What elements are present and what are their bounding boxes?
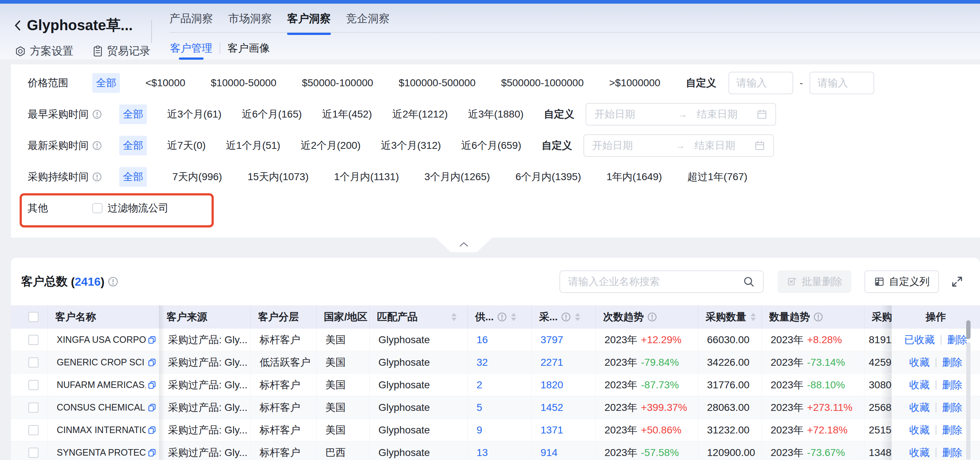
info-icon[interactable] <box>108 276 118 287</box>
suppliers-link[interactable]: 13 <box>477 447 488 458</box>
filter-option[interactable]: >$1000000 <box>609 77 660 89</box>
delete-link[interactable]: 删除 <box>942 446 963 460</box>
filter-option[interactable]: 近1个月(51) <box>226 139 280 152</box>
suppliers-link[interactable]: 9 <box>477 424 482 436</box>
subtab-0[interactable]: 客户管理 <box>170 42 212 60</box>
custom-option[interactable]: 自定义 <box>542 139 572 152</box>
tab-2[interactable]: 客户洞察 <box>287 12 331 35</box>
suppliers-link[interactable]: 5 <box>477 402 482 414</box>
favorite-link[interactable]: 收藏 <box>910 378 930 392</box>
filter-logistics-checkbox[interactable] <box>92 203 102 213</box>
filter-option[interactable]: 近3年(1880) <box>468 107 524 121</box>
info-icon[interactable] <box>561 312 571 322</box>
delete-link[interactable]: 删除 <box>942 356 963 369</box>
copy-icon[interactable] <box>147 425 157 435</box>
favorite-link[interactable]: 收藏 <box>910 446 930 460</box>
suppliers-link[interactable]: 2 <box>477 379 482 391</box>
scrollbar-thumb-light[interactable] <box>966 342 970 460</box>
cell-checkbox[interactable] <box>11 351 48 374</box>
cell-checkbox[interactable] <box>11 374 48 396</box>
date-range-input[interactable]: 开始日期→结束日期 <box>585 103 776 126</box>
filter-option[interactable]: 近2年(1212) <box>392 107 448 121</box>
filter-option[interactable]: 近3个月(61) <box>167 107 221 121</box>
purchases-link[interactable]: 2271 <box>541 357 563 368</box>
filter-option[interactable]: $50000-100000 <box>302 77 373 89</box>
filter-option[interactable]: 超过1年(767) <box>687 170 747 184</box>
column-header-product[interactable]: 匹配产品 <box>370 305 468 329</box>
tab-3[interactable]: 竞企洞察 <box>346 12 390 35</box>
favorite-link[interactable]: 收藏 <box>910 401 930 415</box>
filter-option[interactable]: 近6个月(165) <box>242 107 302 121</box>
cell-purchases[interactable]: 2271 <box>532 351 596 374</box>
info-icon[interactable] <box>92 141 102 150</box>
copy-icon[interactable] <box>147 403 157 412</box>
cell-suppliers[interactable]: 9 <box>468 419 532 441</box>
info-icon[interactable] <box>92 110 102 119</box>
custom-columns-button[interactable]: 自定义列 <box>864 270 939 293</box>
header-action-plan-settings[interactable]: 方案设置 <box>14 44 73 59</box>
max-value-input[interactable]: 请输入 <box>810 72 874 94</box>
cell-checkbox[interactable] <box>11 441 48 460</box>
copy-icon[interactable] <box>147 448 157 457</box>
filter-option[interactable]: 15天内(1073) <box>248 170 309 184</box>
cell-purchases[interactable]: 3797 <box>532 329 596 351</box>
scrollbar-thumb-dark[interactable] <box>966 320 970 339</box>
delete-link[interactable]: 删除 <box>942 401 963 415</box>
delete-link[interactable]: 删除 <box>947 333 968 347</box>
cell-purchases[interactable]: 1371 <box>532 419 596 441</box>
filter-option[interactable]: $500000-1000000 <box>501 77 584 89</box>
cell-suppliers[interactable]: 16 <box>468 329 532 351</box>
filter-option[interactable]: 近7天(0) <box>167 139 206 152</box>
row-checkbox[interactable] <box>29 425 38 435</box>
copy-icon[interactable] <box>147 380 157 390</box>
filter-option[interactable]: 1个月内(1131) <box>334 170 399 184</box>
filter-option[interactable]: 近1年(452) <box>322 107 372 121</box>
row-checkbox[interactable] <box>29 357 38 367</box>
cell-suppliers[interactable]: 5 <box>468 396 532 418</box>
info-icon[interactable] <box>648 312 657 322</box>
subtab-1[interactable]: 客户画像 <box>228 42 270 60</box>
row-checkbox[interactable] <box>29 335 38 345</box>
info-icon[interactable] <box>813 312 823 322</box>
favorite-link[interactable]: 已收藏 <box>904 333 935 347</box>
filter-option[interactable]: 全部 <box>119 167 147 187</box>
cell-suppliers[interactable]: 32 <box>468 351 532 374</box>
cell-checkbox[interactable] <box>11 396 48 418</box>
sort-icon[interactable] <box>511 313 516 321</box>
suppliers-link[interactable]: 32 <box>477 357 488 368</box>
info-icon[interactable] <box>92 172 102 182</box>
row-checkbox[interactable] <box>29 448 38 458</box>
column-header-purchases[interactable]: 采... <box>532 305 596 329</box>
row-checkbox[interactable] <box>29 402 38 413</box>
search-icon[interactable] <box>743 275 755 288</box>
filter-option[interactable]: 1年内(1649) <box>607 170 662 184</box>
cell-checkbox[interactable] <box>11 419 48 441</box>
filter-option[interactable]: $100000-500000 <box>399 77 476 89</box>
filter-option[interactable]: <$10000 <box>145 77 185 89</box>
batch-delete-button[interactable]: 批量删除 <box>778 270 851 293</box>
filter-option[interactable]: 全部 <box>92 73 120 93</box>
header-action-trade-records[interactable]: 贸易记录 <box>92 44 151 59</box>
custom-option[interactable]: 自定义 <box>544 107 574 121</box>
filter-option[interactable]: 全部 <box>119 136 147 155</box>
back-icon[interactable] <box>13 18 22 33</box>
sort-icon[interactable] <box>575 313 580 321</box>
min-value-input[interactable]: 请输入 <box>729 72 793 94</box>
suppliers-link[interactable]: 16 <box>477 334 488 346</box>
tab-1[interactable]: 市场洞察 <box>228 12 272 35</box>
cell-suppliers[interactable]: 2 <box>468 374 532 396</box>
favorite-link[interactable]: 收藏 <box>910 423 930 437</box>
delete-link[interactable]: 删除 <box>942 423 963 437</box>
row-checkbox[interactable] <box>29 380 38 390</box>
filter-option[interactable]: 7天内(996) <box>172 170 222 184</box>
purchases-link[interactable]: 1820 <box>541 379 563 391</box>
favorite-link[interactable]: 收藏 <box>910 356 930 369</box>
tab-0[interactable]: 产品洞察 <box>169 12 213 35</box>
purchases-link[interactable]: 914 <box>541 447 558 458</box>
purchases-link[interactable]: 1371 <box>541 424 563 436</box>
filter-option[interactable]: 近3个月(312) <box>381 139 441 152</box>
search-input[interactable]: 请输入企业名称搜索 <box>559 270 764 293</box>
date-range-input[interactable]: 开始日期→结束日期 <box>584 134 774 157</box>
collapse-filters-tab[interactable] <box>436 238 492 252</box>
filter-option[interactable]: 近6个月(659) <box>461 139 521 152</box>
